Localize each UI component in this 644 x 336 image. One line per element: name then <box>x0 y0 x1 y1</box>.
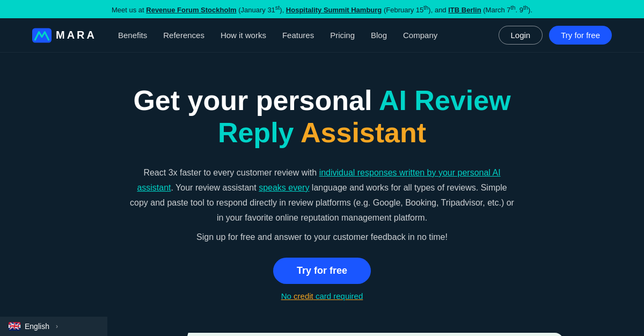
event2-link[interactable]: Hospitality Summit Hamburg <box>286 6 382 14</box>
hero-body-p1: React 3x faster to every customer review… <box>129 165 515 225</box>
nav-item-pricing[interactable]: Pricing <box>330 31 355 40</box>
nav-item-blog[interactable]: Blog <box>371 31 387 40</box>
hero-title-assistant: Assistant <box>294 117 427 148</box>
hero-title-part1: Get your personal <box>133 85 379 116</box>
language-label: English <box>25 322 49 331</box>
nav-links: Benefits References How it works Feature… <box>118 31 499 40</box>
event3-link[interactable]: ITB Berlin <box>448 6 481 14</box>
logo-link[interactable]: MARA <box>32 28 97 43</box>
try-free-button-nav[interactable]: Try for free <box>549 26 612 45</box>
language-selector[interactable]: 🇬🇧 English › <box>0 317 107 336</box>
hero-link-speaks[interactable]: speaks every <box>259 183 309 192</box>
nav-item-features[interactable]: Features <box>282 31 314 40</box>
flag-icon: 🇬🇧 <box>9 322 20 331</box>
language-arrow: › <box>56 323 58 330</box>
hero-body-p2: Sign up for free and answer to your cust… <box>129 230 515 245</box>
try-free-button-hero[interactable]: Try for free <box>273 258 371 284</box>
nav-item-how-it-works[interactable]: How it works <box>221 31 266 40</box>
demo-bg-card <box>156 333 564 336</box>
hero-title: Get your personal AI Review Reply Assist… <box>107 85 537 149</box>
navbar: MARA Benefits References How it works Fe… <box>0 18 644 53</box>
banner-text: Meet us at <box>112 6 146 14</box>
nav-item-company[interactable]: Company <box>403 31 437 40</box>
nav-actions: Login Try for free <box>499 26 612 45</box>
hero-cta-area: Try for free No credit card required <box>107 258 537 301</box>
banner-date2: (February 15th), and <box>384 6 448 14</box>
banner-date3: (March 7th. 9th). <box>483 6 532 14</box>
login-button[interactable]: Login <box>499 26 543 45</box>
nav-item-references[interactable]: References <box>163 31 204 40</box>
announcement-banner: Meet us at Revenue Forum Stockholm (Janu… <box>0 0 644 18</box>
event1-link[interactable]: Revenue Forum Stockholm <box>146 6 236 14</box>
logo-icon <box>32 28 52 43</box>
hero-body: React 3x faster to every customer review… <box>129 165 515 245</box>
no-credit-text: No credit card required <box>281 291 363 301</box>
demo-area: Theresa ★★★★★ Review for Tophotel London… <box>80 333 564 336</box>
nav-item-benefits[interactable]: Benefits <box>118 31 147 40</box>
logo-text: MARA <box>56 29 97 41</box>
hero-section: Get your personal AI Review Reply Assist… <box>0 53 644 322</box>
banner-date1: (January 31st), <box>238 6 286 14</box>
hero-link-individual[interactable]: individual responses written by your per… <box>137 168 500 192</box>
no-credit-word: credit <box>294 291 313 301</box>
